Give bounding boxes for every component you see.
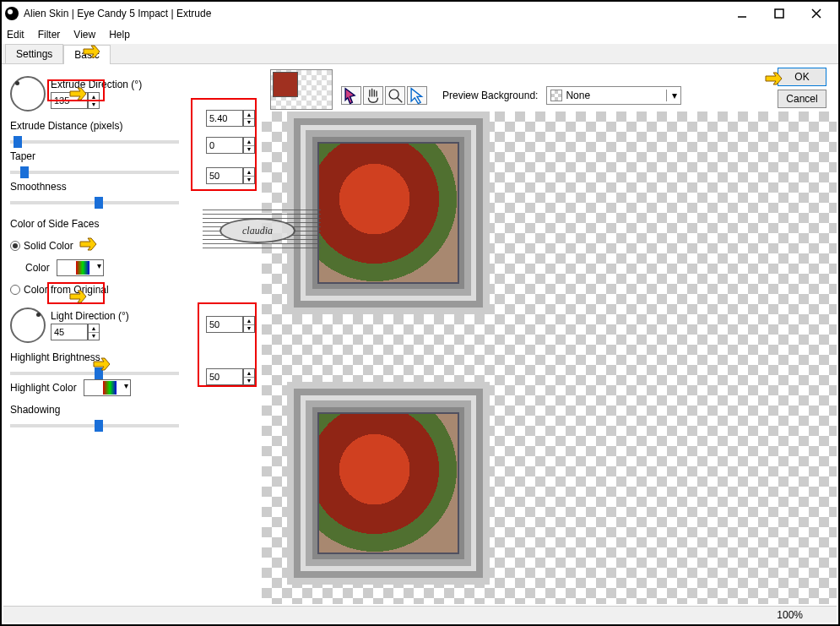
smoothness-slider[interactable] [10,201,179,204]
close-button[interactable] [798,2,835,25]
taper-spinner[interactable]: ▲▼ [243,137,255,154]
shadowing-input[interactable]: 50 [206,368,243,385]
light-direction-input[interactable]: 45 [51,324,88,340]
preview-background-value: None [566,90,590,101]
highlight-brightness-slider[interactable] [10,372,179,375]
light-direction-dial[interactable] [10,308,46,343]
preview-canvas[interactable] [262,112,837,604]
minimize-button[interactable] [723,2,761,25]
status-bar: 100% [3,606,837,623]
menu-bar: Edit Filter View Help [2,25,838,44]
extrude-direction-input[interactable]: 135 [51,92,88,109]
highlight-brightness-spinner[interactable]: ▲▼ [243,316,255,333]
preview-thumbnail[interactable] [270,69,333,110]
chevron-down-icon: ▾ [666,90,677,101]
shadowing-slider[interactable] [10,424,179,427]
svg-rect-1 [775,9,783,18]
highlight-brightness-input[interactable]: 50 [206,316,243,333]
highlight-color-picker[interactable] [84,379,131,396]
tab-settings[interactable]: Settings [5,44,63,63]
highlight-color-label: Highlight Color [10,382,77,394]
window-title: Alien Skin | Eye Candy 5 Impact | Extrud… [24,8,723,19]
preview-image [312,137,464,289]
menu-view[interactable]: View [73,29,95,41]
taper-slider[interactable] [10,171,179,174]
cancel-button[interactable]: Cancel [778,90,826,108]
preview-background-label: Preview Background: [442,90,538,101]
menu-filter[interactable]: Filter [38,29,61,41]
hand-tool-icon[interactable] [363,86,383,105]
extrude-direction-dial[interactable] [10,76,46,112]
menu-help[interactable]: Help [109,29,130,41]
color-picker[interactable] [57,259,104,276]
arrow-tool-icon[interactable] [407,86,427,105]
shadowing-spinner[interactable]: ▲▼ [243,368,255,385]
solid-color-radio[interactable] [10,241,20,251]
solid-color-label: Solid Color [24,240,73,252]
color-from-original-radio[interactable] [10,285,20,295]
preview-background-combo[interactable]: None ▾ [546,86,681,105]
ok-button[interactable]: OK [778,68,826,86]
light-direction-label: Light Direction (°) [51,310,129,322]
zoom-level: 100% [777,609,803,621]
preview-image [312,407,464,559]
tab-basic[interactable]: Basic [63,45,110,64]
zoom-tool-icon[interactable] [385,86,405,105]
highlight-brightness-label: Highlight Brightness [10,351,100,363]
svg-line-5 [398,98,403,103]
extrude-distance-input[interactable]: 5.40 [206,110,243,127]
app-icon [5,7,19,20]
shadowing-label: Shadowing [10,404,60,416]
taper-label: Taper [10,150,35,162]
taper-input[interactable]: 0 [206,137,243,154]
title-bar: Alien Skin | Eye Candy 5 Impact | Extrud… [2,2,838,25]
svg-point-4 [389,90,398,99]
pointer-tool-icon[interactable] [341,86,361,105]
color-from-original-label: Color from Original [24,284,109,296]
color-label: Color [25,262,50,274]
light-direction-spinner[interactable]: ▲▼ [88,324,100,340]
tab-row: Settings Basic [2,44,838,64]
extrude-distance-label: Extrude Distance (pixels) [10,120,122,132]
menu-edit[interactable]: Edit [7,29,24,41]
smoothness-label: Smoothness [10,181,67,193]
settings-panel: Extrude Direction (°) 135 ▲▼ Extrude Dis… [3,66,262,604]
extrude-distance-slider[interactable] [10,140,179,144]
extrude-direction-label: Extrude Direction (°) [51,79,142,90]
maximize-button[interactable] [761,2,798,25]
extrude-distance-spinner[interactable]: ▲▼ [243,110,255,127]
side-faces-header: Color of Side Faces [10,218,99,230]
extrude-direction-spinner[interactable]: ▲▼ [88,92,100,109]
smoothness-input[interactable]: 50 [206,167,243,184]
preview-panel: Preview Background: None ▾ OK Cancel [262,66,837,604]
smoothness-spinner[interactable]: ▲▼ [243,167,255,184]
